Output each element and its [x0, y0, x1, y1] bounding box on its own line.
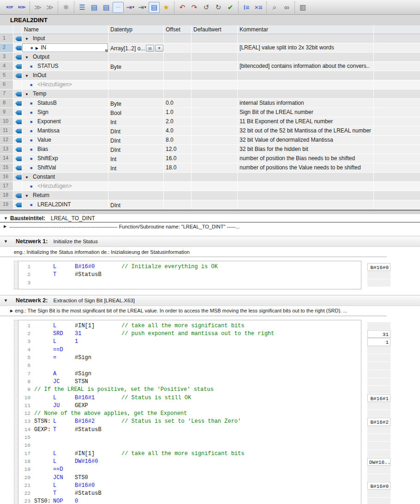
name-cell[interactable]: ▼Output: [22, 53, 108, 61]
default-cell[interactable]: [192, 145, 237, 154]
datatype-cell[interactable]: Byte ▤ ▼: [108, 99, 163, 108]
table-row[interactable]: 5 ▼InOut ▤ ▼: [0, 71, 420, 80]
collapse-icon[interactable]: ▼: [4, 239, 16, 244]
expand-icon[interactable]: ▶: [4, 224, 6, 228]
toolbar-button[interactable]: ↶: [177, 2, 188, 13]
toolbar-button[interactable]: ★: [161, 2, 172, 13]
code-line[interactable]: 18LDW#16#0: [18, 458, 361, 466]
name-cell[interactable]: ▼Input: [22, 34, 108, 43]
default-cell[interactable]: [192, 62, 237, 71]
datatype-cell[interactable]: Bool ▤ ▼: [108, 108, 163, 117]
collapse-icon[interactable]: ▼: [4, 298, 16, 303]
toolbar-button[interactable]: ▥: [297, 2, 308, 13]
default-cell[interactable]: [192, 182, 237, 191]
name-cell[interactable]: ■STATUS: [22, 62, 108, 71]
toolbar-button[interactable]: KOI×: [16, 2, 27, 13]
default-cell[interactable]: [192, 80, 237, 89]
expander-marker-icon[interactable]: ■: [30, 166, 35, 170]
code-line[interactable]: 1LB#16#0// Initialze everything is OK: [18, 263, 361, 271]
comment-cell[interactable]: [238, 71, 373, 80]
default-cell[interactable]: [192, 34, 237, 43]
header-datatype[interactable]: Datentyp: [108, 25, 163, 34]
default-cell[interactable]: [192, 126, 237, 135]
table-row[interactable]: 9 ■Sign Bool ▤ ▼ 1.0 Sign Bit of the LRE…: [0, 108, 420, 117]
table-row[interactable]: 19 ■LREAL2DINT DInt ▤ ▼: [0, 200, 420, 209]
toolbar-button[interactable]: ▤: [101, 2, 112, 13]
comment-cell[interactable]: [238, 53, 373, 61]
expander-marker-icon[interactable]: ■: [30, 64, 35, 69]
offset-cell[interactable]: [164, 62, 191, 71]
comment-cell[interactable]: [238, 191, 373, 200]
table-row[interactable]: 15 ■ShiftVal Int ▤ ▼ 18.0 number of posi…: [0, 163, 420, 172]
name-cell[interactable]: ■Exponent: [22, 117, 108, 126]
table-row[interactable]: 1 ▼Input ▤ ▼: [0, 34, 420, 43]
name-cell[interactable]: ▼InOut: [22, 71, 108, 80]
code-line[interactable]: 1L#IN[1]// take all the more significant…: [18, 322, 361, 330]
comment-cell[interactable]: [238, 173, 373, 181]
datatype-cell[interactable]: DInt ▤ ▼: [108, 126, 163, 135]
table-row[interactable]: 8 ■StatusB Byte ▤ ▼ 0.0 internal Status …: [0, 99, 420, 108]
datatype-browse-button[interactable]: ▤: [146, 45, 154, 52]
expander-marker-icon[interactable]: ■: [30, 129, 35, 133]
name-cell[interactable]: ■Bias: [22, 145, 108, 154]
datatype-cell[interactable]: ▤ ▼: [108, 71, 163, 80]
datatype-cell[interactable]: Array[1..2] o... ▤ ▼: [108, 43, 163, 52]
table-row[interactable]: 13 ■Bias DInt ▤ ▼ 12.0 32 bit Bias for t…: [0, 145, 420, 154]
name-cell[interactable]: ■<Hinzufügen>: [22, 182, 108, 191]
header-name[interactable]: Name: [22, 25, 108, 34]
offset-cell[interactable]: [164, 71, 191, 80]
datatype-cell[interactable]: ▤ ▼: [108, 90, 163, 98]
default-cell[interactable]: [192, 71, 237, 80]
code-line[interactable]: 11JUGEXP: [18, 402, 361, 410]
table-row[interactable]: 2 ■▶IN Array[1..2] o... ▤ ▼ [LREAL] valu…: [0, 43, 420, 52]
offset-cell[interactable]: 8.0: [164, 136, 191, 144]
code-line[interactable]: 6: [18, 362, 361, 370]
toolbar-button[interactable]: ↻: [213, 2, 224, 13]
comment-cell[interactable]: Sign Bit of the LREAL number: [238, 108, 373, 117]
expander-marker-icon[interactable]: ■: [30, 138, 35, 143]
code-line[interactable]: 12// None of the above applies, get the …: [18, 410, 361, 418]
expander-marker-icon[interactable]: ▼: [25, 55, 30, 60]
default-cell[interactable]: [192, 108, 237, 117]
network-2-comment[interactable]: ▶ eng.: The Sign Bit is the most signifi…: [0, 306, 387, 316]
expander-marker-icon[interactable]: ▼: [25, 37, 30, 41]
offset-cell[interactable]: 16.0: [164, 154, 191, 163]
toolbar-button[interactable]: ⌕: [269, 2, 280, 13]
default-cell[interactable]: [192, 173, 237, 181]
datatype-cell[interactable]: Byte ▤ ▼: [108, 62, 163, 71]
offset-cell[interactable]: [164, 34, 191, 43]
code-line[interactable]: 19==D: [18, 466, 361, 474]
default-cell[interactable]: [192, 53, 237, 61]
toolbar-button[interactable]: ↺: [201, 2, 212, 13]
name-cell[interactable]: ■Value: [22, 136, 108, 144]
comment-cell[interactable]: [238, 182, 373, 191]
code-line[interactable]: 20JCNSTS0: [18, 474, 361, 482]
offset-cell[interactable]: [164, 53, 191, 61]
datatype-cell[interactable]: ▤ ▼: [108, 34, 163, 43]
offset-cell[interactable]: 1.0: [164, 108, 191, 117]
toolbar-button[interactable]: ≫: [44, 2, 55, 13]
default-cell[interactable]: [192, 99, 237, 108]
expand-arrow-icon[interactable]: ▶: [36, 46, 38, 50]
datatype-cell[interactable]: ▤ ▼: [108, 53, 163, 61]
expander-marker-icon[interactable]: ■: [30, 83, 35, 87]
comment-cell[interactable]: [LREAL] value split into 2x 32bit words: [238, 43, 373, 52]
code-editor[interactable]: 1LB#16#0// Initialze everything is OK 2T…: [18, 261, 361, 289]
table-row[interactable]: 18 ▼Return ▤ ▼: [0, 191, 420, 200]
datatype-cell[interactable]: DInt ▤ ▼: [108, 200, 163, 209]
toolbar-button[interactable]: KOI*: [4, 2, 15, 13]
datatype-cell[interactable]: DInt ▤ ▼: [108, 136, 163, 144]
datatype-dropdown-button[interactable]: ▼: [155, 45, 163, 52]
toolbar-button[interactable]: ↷: [189, 2, 200, 13]
datatype-cell[interactable]: Int ▤ ▼: [108, 154, 163, 163]
toolbar-button[interactable]: ⋯: [113, 2, 124, 13]
code-line[interactable]: 17L#IN[1]// take all the more significan…: [18, 450, 361, 458]
table-row[interactable]: 11 ■Mantissa DInt ▤ ▼ 4.0 32 bit out of …: [0, 126, 420, 135]
offset-cell[interactable]: [164, 90, 191, 98]
datatype-cell[interactable]: Int ▤ ▼: [108, 163, 163, 172]
toolbar-button[interactable]: ×≡: [253, 2, 264, 13]
table-row[interactable]: 14 ■ShiftExp Int ▤ ▼ 16.0 number of posi…: [0, 154, 420, 163]
network-1-header[interactable]: ▼ Netzwerk 1: Initialize the Status: [0, 236, 420, 247]
datatype-cell[interactable]: ▤ ▼: [108, 182, 163, 191]
toolbar-button[interactable]: ✔: [225, 2, 236, 13]
